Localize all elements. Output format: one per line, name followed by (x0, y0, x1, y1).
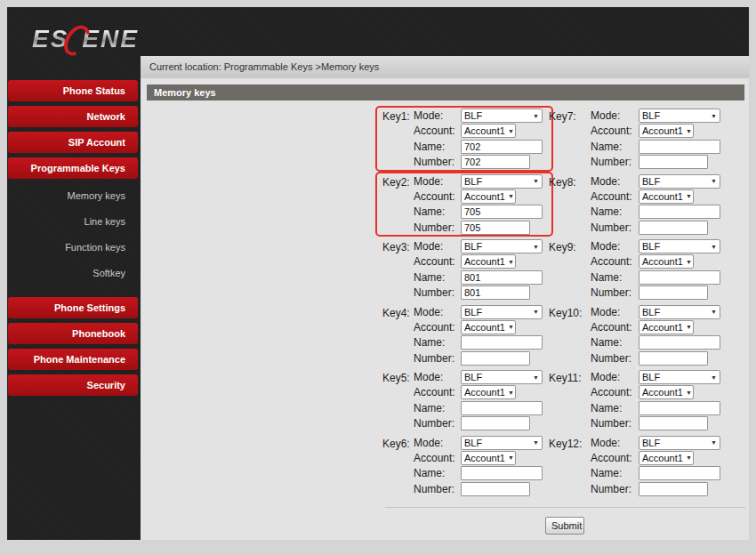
key3-number-input[interactable] (461, 286, 530, 300)
key1-account-select[interactable]: Account1▼ (461, 124, 516, 138)
key5-number-input[interactable] (461, 416, 530, 430)
key8-number-input[interactable] (639, 221, 708, 235)
sidebar: Phone StatusNetworkSIP AccountProgrammab… (7, 80, 141, 400)
key2-mode-select[interactable]: BLF▼ (461, 174, 543, 189)
key5-account-select[interactable]: Account1▼ (461, 385, 516, 399)
chevron-down-icon: ▼ (711, 439, 717, 446)
key7-mode-select[interactable]: BLF▼ (639, 109, 720, 123)
logo-text-left: ES (32, 25, 68, 53)
mode-label: Mode: (591, 109, 639, 122)
key4-number-input[interactable] (461, 351, 530, 366)
sidebar-item-network[interactable]: Network (8, 106, 138, 127)
key3-mode-select[interactable]: BLF▼ (461, 239, 543, 253)
key3-name-input[interactable] (461, 270, 543, 285)
key8-name-input[interactable] (639, 205, 720, 219)
sidebar-item-phonebook[interactable]: Phonebook (8, 323, 138, 344)
key12-account-select[interactable]: Account1▼ (639, 451, 694, 465)
submit-button[interactable]: Submit (545, 517, 584, 535)
name-label: Name: (591, 466, 639, 479)
key9-name-input[interactable] (639, 270, 720, 285)
number-label: Number: (414, 221, 461, 234)
key2-number-input[interactable] (461, 221, 530, 235)
mode-label: Mode: (414, 174, 461, 188)
key-label: Key12: (549, 436, 591, 497)
key-label: Key1: (382, 109, 414, 170)
mode-label: Mode: (414, 436, 461, 449)
number-label: Number: (591, 221, 639, 234)
sidebar-item-function-keys[interactable]: Function keys (7, 235, 141, 261)
key4-account-select[interactable]: Account1▼ (461, 320, 516, 334)
mode-label: Mode: (414, 370, 461, 383)
chevron-down-icon: ▼ (686, 324, 692, 330)
key11-account-select[interactable]: Account1▼ (639, 385, 694, 399)
key11-mode-select[interactable]: BLF▼ (639, 370, 720, 384)
chevron-down-icon: ▼ (711, 309, 717, 315)
key4-name-input[interactable] (461, 335, 543, 350)
name-label: Name: (591, 401, 639, 414)
key8-mode-select[interactable]: BLF▼ (639, 174, 720, 189)
key12-mode-select[interactable]: BLF▼ (639, 436, 720, 450)
key10-number-input[interactable] (639, 351, 708, 366)
sidebar-item-security[interactable]: Security (8, 374, 138, 396)
key11-name-input[interactable] (639, 401, 720, 415)
content-pane: Current location: Programmable Keys >Mem… (141, 56, 749, 540)
name-label: Name: (414, 401, 461, 414)
key-block-key8: Key8: Mode: BLF▼ Account: Account1▼ Name… (542, 172, 720, 237)
key12-name-input[interactable] (639, 466, 720, 480)
key12-number-input[interactable] (639, 482, 708, 496)
key4-mode-select[interactable]: BLF▼ (461, 305, 543, 319)
mode-label: Mode: (591, 305, 639, 318)
number-label: Number: (414, 416, 461, 430)
key-block-key10: Key10: Mode: BLF▼ Account: Account1▼ Nam… (542, 302, 720, 368)
key10-name-input[interactable] (639, 335, 720, 350)
key9-number-input[interactable] (639, 286, 708, 300)
chevron-down-icon: ▼ (711, 244, 717, 250)
key6-account-select[interactable]: Account1▼ (461, 451, 516, 465)
chevron-down-icon: ▼ (711, 178, 717, 184)
number-label: Number: (591, 351, 639, 365)
sidebar-item-softkey[interactable]: Softkey (7, 261, 141, 286)
sidebar-item-memory-keys[interactable]: Memory keys (7, 183, 141, 209)
key3-account-select[interactable]: Account1▼ (461, 254, 516, 269)
key1-name-input[interactable] (461, 140, 543, 154)
key2-account-select[interactable]: Account1▼ (461, 189, 516, 204)
key7-number-input[interactable] (639, 155, 708, 169)
sidebar-item-phone-status[interactable]: Phone Status (8, 80, 138, 101)
key1-mode-select[interactable]: BLF▼ (461, 109, 543, 123)
key5-mode-select[interactable]: BLF▼ (461, 370, 543, 384)
key2-name-input[interactable] (461, 205, 543, 219)
chevron-down-icon: ▼ (533, 244, 539, 250)
key9-account-select[interactable]: Account1▼ (639, 254, 694, 269)
number-label: Number: (414, 286, 461, 299)
key11-number-input[interactable] (639, 416, 708, 430)
key9-mode-select[interactable]: BLF▼ (639, 239, 720, 253)
key-block-key11: Key11: Mode: BLF▼ Account: Account1▼ Nam… (542, 367, 720, 433)
account-label: Account: (591, 254, 639, 268)
key7-name-input[interactable] (639, 140, 720, 154)
key7-account-select[interactable]: Account1▼ (639, 124, 694, 138)
key1-number-input[interactable] (461, 155, 530, 169)
key10-mode-select[interactable]: BLF▼ (639, 305, 720, 319)
key5-name-input[interactable] (461, 401, 543, 415)
account-label: Account: (414, 320, 461, 334)
sidebar-item-line-keys[interactable]: Line keys (7, 209, 141, 235)
key-column-right: Key7: Mode: BLF▼ Account: Account1▼ Name… (542, 106, 720, 498)
sidebar-item-phone-maintenance[interactable]: Phone Maintenance (8, 349, 138, 370)
name-label: Name: (414, 466, 461, 479)
key6-name-input[interactable] (461, 466, 543, 480)
sidebar-item-phone-settings[interactable]: Phone Settings (8, 297, 138, 318)
sidebar-item-sip-account[interactable]: SIP Account (8, 132, 138, 153)
number-label: Number: (591, 416, 639, 430)
key6-number-input[interactable] (461, 482, 530, 496)
key-label: Key9: (549, 239, 591, 301)
key8-account-select[interactable]: Account1▼ (639, 189, 694, 204)
key-block-key1-highlight-box: Key1: Mode: BLF▼ Account: Account1▼ Name… (375, 106, 553, 172)
chevron-down-icon: ▼ (686, 193, 692, 199)
sidebar-item-programmable-keys[interactable]: Programmable Keys (8, 157, 138, 179)
key6-mode-select[interactable]: BLF▼ (461, 436, 543, 450)
key-label: Key2: (382, 174, 414, 236)
key10-account-select[interactable]: Account1▼ (639, 320, 694, 334)
chevron-down-icon: ▼ (686, 128, 692, 134)
name-label: Name: (414, 335, 461, 349)
chevron-down-icon: ▼ (533, 113, 539, 119)
